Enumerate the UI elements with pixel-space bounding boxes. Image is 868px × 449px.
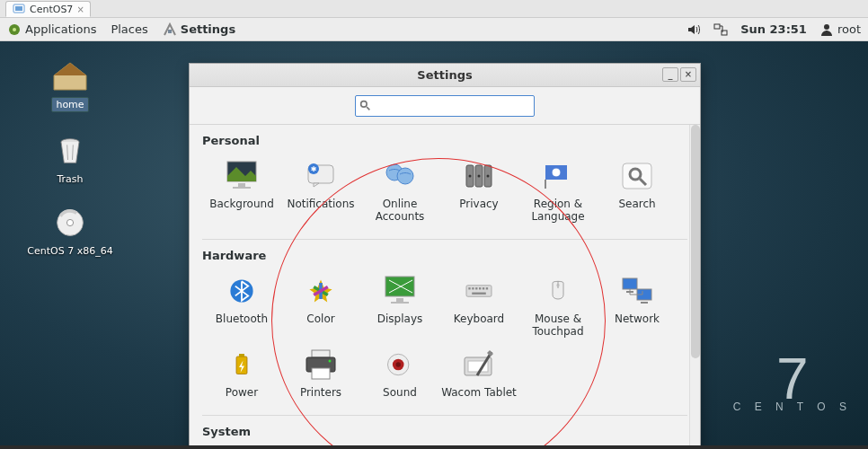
menu-places[interactable]: Places — [111, 22, 147, 36]
menu-applications[interactable]: Applications — [7, 22, 96, 37]
svg-rect-1 — [15, 6, 22, 11]
svg-rect-41 — [391, 302, 409, 304]
window-titlebar[interactable]: Settings _ × — [190, 64, 700, 87]
bottom-taskbar — [0, 445, 868, 449]
section-personal: Background ✱ Notifications Online Accoun… — [202, 151, 687, 240]
item-label: Background — [209, 198, 274, 210]
item-network[interactable]: Network — [598, 269, 677, 343]
svg-rect-47 — [483, 287, 484, 289]
home-folder-icon — [49, 57, 92, 93]
item-search[interactable]: Search — [598, 154, 677, 228]
applications-icon — [7, 22, 22, 37]
settings-search-box[interactable] — [355, 95, 535, 117]
svg-rect-5 — [714, 24, 720, 29]
item-keyboard[interactable]: Keyboard — [439, 269, 518, 343]
svg-point-26 — [469, 175, 472, 178]
clock-label[interactable]: Sun 23:51 — [740, 22, 807, 36]
color-icon — [303, 275, 339, 307]
search-icon — [359, 100, 371, 111]
privacy-icon — [461, 160, 497, 192]
svg-rect-44 — [472, 287, 474, 289]
item-privacy[interactable]: Privacy — [439, 154, 518, 228]
scrollbar-track[interactable] — [689, 125, 700, 449]
svg-rect-16 — [238, 183, 245, 187]
settings-content: Personal Background ✱ Notifications Onli… — [190, 125, 700, 449]
svg-rect-32 — [623, 163, 651, 189]
item-mouse-touchpad[interactable]: Mouse & Touchpad — [518, 269, 598, 343]
item-bluetooth[interactable]: Bluetooth — [202, 269, 281, 343]
settings-search-bar — [190, 87, 700, 125]
gnome-top-bar: Applications Places Settings Sun 23:51 r… — [0, 18, 868, 41]
active-app-indicator[interactable]: Settings — [163, 22, 235, 37]
svg-line-14 — [367, 107, 369, 110]
svg-point-27 — [478, 175, 481, 178]
section-title-personal: Personal — [202, 125, 687, 151]
mouse-icon — [540, 275, 576, 307]
item-sound[interactable]: Sound — [360, 343, 439, 404]
volume-icon[interactable] — [686, 22, 701, 37]
item-printers[interactable]: Printers — [281, 343, 360, 404]
svg-rect-46 — [479, 287, 481, 289]
section-hardware: Bluetooth Color Displays Keyboard Mouse … — [202, 266, 687, 416]
svg-point-12 — [66, 219, 73, 225]
disc-icon — [49, 205, 92, 241]
keyboard-icon — [461, 275, 497, 307]
svg-rect-58 — [312, 350, 330, 357]
user-menu[interactable]: root — [819, 22, 861, 37]
desktop-icon-home[interactable]: home — [27, 57, 113, 112]
item-online-accounts[interactable]: Online Accounts — [360, 154, 439, 228]
settings-search-input[interactable] — [375, 100, 530, 112]
section-title-hardware: Hardware — [202, 240, 687, 266]
item-background[interactable]: Background — [202, 154, 281, 228]
region-language-icon — [540, 160, 576, 192]
svg-rect-55 — [641, 302, 648, 304]
item-label: Privacy — [459, 198, 498, 210]
displays-icon — [382, 275, 418, 307]
desktop-icon-label: CentOS 7 x86_64 — [23, 244, 116, 258]
svg-rect-49 — [472, 293, 486, 295]
desktop-icon-disc[interactable]: CentOS 7 x86_64 — [16, 205, 124, 258]
item-region-language[interactable]: Region & Language — [518, 154, 598, 228]
svg-point-7 — [824, 24, 829, 30]
centos-brand-number: 7 — [733, 357, 852, 401]
item-wacom[interactable]: Wacom Tablet — [439, 343, 518, 404]
scrollbar-thumb[interactable] — [691, 125, 700, 358]
background-icon — [224, 160, 260, 192]
item-label: Notifications — [287, 198, 354, 210]
desktop-background[interactable]: home Trash CentOS 7 x86_64 7 C E N T O S… — [0, 41, 868, 449]
browser-tab-label: CentOS7 — [30, 4, 73, 15]
network-icon[interactable] — [713, 22, 728, 37]
user-label: root — [837, 22, 861, 36]
search-pref-icon — [619, 160, 655, 192]
centos-brand-word: C E N T O S — [733, 401, 852, 413]
browser-tabstrip: CentOS7 × — [0, 0, 868, 18]
svg-text:✱: ✱ — [311, 165, 317, 173]
desktop-icon-label: Trash — [53, 172, 86, 186]
svg-rect-43 — [468, 287, 470, 289]
svg-rect-42 — [466, 286, 492, 296]
item-notifications[interactable]: ✱ Notifications — [281, 154, 360, 228]
item-label: Bluetooth — [216, 313, 268, 325]
vm-icon — [12, 2, 26, 16]
desktop-icon-trash[interactable]: Trash — [27, 133, 113, 186]
svg-point-61 — [329, 360, 332, 363]
printers-icon — [303, 348, 339, 381]
wacom-icon — [461, 348, 497, 381]
item-label: Printers — [300, 386, 341, 399]
item-displays[interactable]: Displays — [360, 269, 439, 343]
centos-brand: 7 C E N T O S — [733, 357, 852, 413]
item-power[interactable]: Power — [202, 343, 281, 404]
window-close-button[interactable]: × — [680, 67, 696, 82]
menu-applications-label: Applications — [25, 22, 96, 36]
window-minimize-button[interactable]: _ — [662, 67, 678, 82]
svg-point-3 — [13, 28, 16, 31]
tab-close-icon[interactable]: × — [76, 4, 84, 14]
item-color[interactable]: Color — [281, 269, 360, 343]
item-label: Power — [226, 386, 258, 399]
menu-places-label: Places — [111, 22, 147, 36]
svg-point-13 — [361, 101, 368, 108]
svg-point-64 — [396, 362, 401, 366]
item-label: Mouse & Touchpad — [520, 313, 596, 338]
svg-rect-51 — [557, 284, 560, 287]
browser-tab[interactable]: CentOS7 × — [5, 1, 91, 17]
